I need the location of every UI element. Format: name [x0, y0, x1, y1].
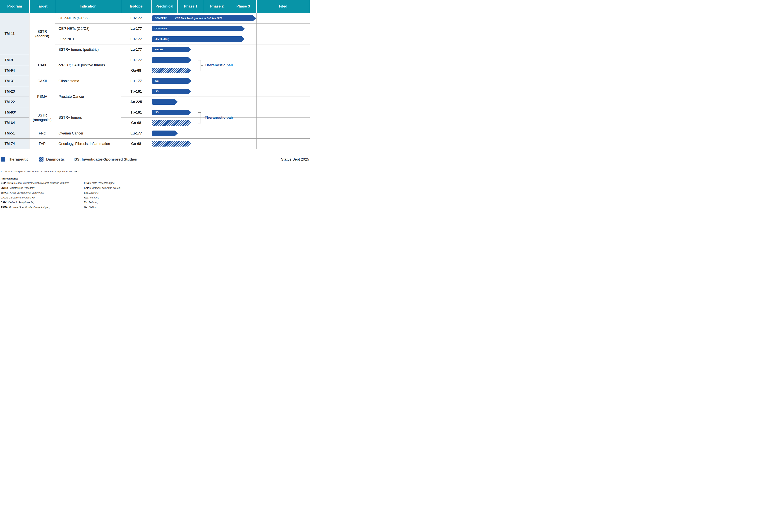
col-header-filed: Filed [256, 0, 310, 13]
col-header-indication: Indication [55, 0, 121, 13]
indication-cell: SSTR+ tumors (pediatric) [55, 44, 121, 55]
isotope-cell: Tb-161 [121, 86, 151, 97]
abbreviations-right-column: FRα: Folate Receptor alpha; FAP: Fibrobl… [84, 181, 121, 210]
abbreviations-title: Abbreviations: [1, 177, 309, 180]
pipeline-arrow: LEVEL (ISS) [152, 36, 245, 42]
abbreviation-item: SSTR: Somatostatin Receptor; [1, 186, 84, 191]
pipeline-row: ITM-63¹ SSTR (antagonist) SSTR+ tumors T… [0, 107, 310, 118]
target-cell: PSMA [29, 86, 55, 107]
legend-diagnostic-swatch [39, 157, 43, 162]
col-header-isotope: Isotope [121, 0, 151, 13]
pipeline-row: ITM-11 SSTR (agonist) GEP-NETs (G1/G2) L… [0, 13, 310, 23]
abbreviation-item: Tb: Terbium; [84, 200, 121, 205]
program-cell: ITM-94 [0, 65, 29, 76]
phase-grid [151, 128, 310, 138]
legend-therapeutic-swatch [1, 157, 5, 162]
isotope-cell: Ac-225 [121, 97, 151, 107]
status-date: Status Sept 2025 [281, 157, 309, 162]
legend-diagnostic-label: Diagnostic [46, 157, 65, 162]
program-cell: ITM-64 [0, 118, 29, 128]
program-cell: ITM-31 [0, 76, 29, 86]
legend-therapeutic-label: Therapeutic [8, 157, 29, 162]
phase-cell [151, 97, 310, 107]
target-cell: FAP [29, 139, 55, 149]
arrow-label: ISS [152, 80, 159, 82]
phase-grid: ISS Theranostic pair [151, 107, 310, 117]
theranostic-label: Theranostic pair [205, 115, 233, 120]
phase-grid: LEVEL (ISS) [151, 34, 310, 44]
isotope-cell: Tb-161 [121, 107, 151, 118]
col-header-program: Program [0, 0, 29, 13]
arrow-label: LEVEL (ISS) [152, 38, 169, 40]
col-header-phase2: Phase 2 [204, 0, 230, 13]
arrow-label: KinLET [152, 48, 163, 51]
indication-cell: ccRCC; CAIX positive tumors [55, 55, 121, 76]
col-header-preclinical: Preclinical [151, 0, 178, 13]
phase-cell [151, 128, 310, 139]
pipeline-arrow [152, 57, 191, 63]
target-cell: SSTR (antagonist) [29, 107, 55, 128]
phase-cell: ISS [151, 76, 310, 86]
abbreviation-item: FAP: Fibroblast activation protein; [84, 186, 121, 191]
abbreviation-item: CAIX: Carbonic Anhydrase IX; [1, 200, 84, 205]
phase-grid: COMPOSE [151, 23, 310, 34]
legend-iss-note: ISS: Investigator-Sponsored Studies [73, 157, 137, 162]
legend: Therapeutic Diagnostic ISS: Investigator… [0, 157, 310, 162]
phase-grid [151, 97, 310, 107]
pipeline-arrow [152, 99, 178, 105]
arrow-label: COMPETE [152, 17, 167, 20]
program-cell: ITM-11 [0, 13, 29, 55]
abbreviation-item: Ga: Gallium [84, 205, 121, 210]
isotope-cell: Lu-177 [121, 23, 151, 34]
target-cell: SSTR (agonist) [29, 13, 55, 55]
indication-cell: GEP-NETs (G1/G2) [55, 13, 121, 23]
abbreviation-item: GEP-NETs: GastroEnteroPancreatic NeuroEn… [1, 181, 84, 186]
isotope-cell: Ga-68 [121, 65, 151, 76]
pipeline-arrow: COMPETE FDA Fast Track granted in Octobe… [152, 15, 256, 21]
isotope-cell: Lu-177 [121, 44, 151, 55]
indication-cell: SSTR+ tumors [55, 107, 121, 128]
pipeline-arrow-diagnostic [152, 68, 191, 73]
abbreviation-item: FRα: Folate Receptor alpha; [84, 181, 121, 186]
phase-cell: Theranostic pair [151, 55, 310, 65]
isotope-cell: Ga-68 [121, 118, 151, 128]
abbreviation-item: Lu: Lutetium; [84, 190, 121, 195]
phase-cell: LEVEL (ISS) [151, 34, 310, 44]
pipeline-arrow: KinLET [152, 47, 191, 52]
pipeline-row: ITM-31 CAXII Glioblastoma Lu-177 ISS [0, 76, 310, 86]
program-cell: ITM-74 [0, 139, 29, 149]
pipeline-arrow: ISS [152, 78, 191, 84]
program-cell: ITM-22 [0, 97, 29, 107]
phase-grid: KinLET [151, 44, 310, 55]
phase-grid: ISS [151, 86, 310, 97]
theranostic-label: Theranostic pair [205, 63, 233, 67]
indication-cell: Prostate Cancer [55, 86, 121, 107]
target-cell: CAIX [29, 55, 55, 76]
isotope-cell: Lu-177 [121, 55, 151, 65]
indication-cell: Ovarian Cancer [55, 128, 121, 139]
program-cell: ITM-51 [0, 128, 29, 139]
indication-cell: GEP-NETs (G2/G3) [55, 23, 121, 34]
phase-cell: COMPOSE [151, 23, 310, 34]
theranostic-bracket [198, 112, 201, 123]
table-header: Program Target Indication Isotope Precli… [0, 0, 310, 13]
target-cell: CAXII [29, 76, 55, 86]
col-header-target: Target [29, 0, 55, 13]
pipeline-arrow: ISS [152, 110, 191, 115]
arrow-label: ISS [152, 90, 159, 93]
program-cell: ITM-63¹ [0, 107, 29, 118]
pipeline-arrow: COMPOSE [152, 26, 245, 31]
pipeline-row: ITM-23 PSMA Prostate Cancer Tb-161 ISS [0, 86, 310, 97]
pipeline-arrow [152, 131, 178, 136]
arrow-note: FDA Fast Track granted in October 2022 [175, 17, 222, 20]
abbreviation-item: PSMA: Prostate Specific Membrane Antigen… [1, 205, 84, 210]
col-header-phase3: Phase 3 [230, 0, 256, 13]
arrow-label: COMPOSE [152, 27, 167, 30]
indication-cell: Oncology, Fibrosis, Inflammation [55, 139, 121, 149]
pipeline-row: ITM-91 CAIX ccRCC; CAIX positive tumors … [0, 55, 310, 65]
arrow-label: ISS [152, 111, 159, 114]
abbreviation-item: Ac: Actinium; [84, 195, 121, 200]
isotope-cell: Lu-177 [121, 34, 151, 44]
abbreviation-item: CAXII: Carbonic Anhydrase XII; [1, 195, 84, 200]
pipeline-row: ITM-51 FRα Ovarian Cancer Lu-177 [0, 128, 310, 139]
